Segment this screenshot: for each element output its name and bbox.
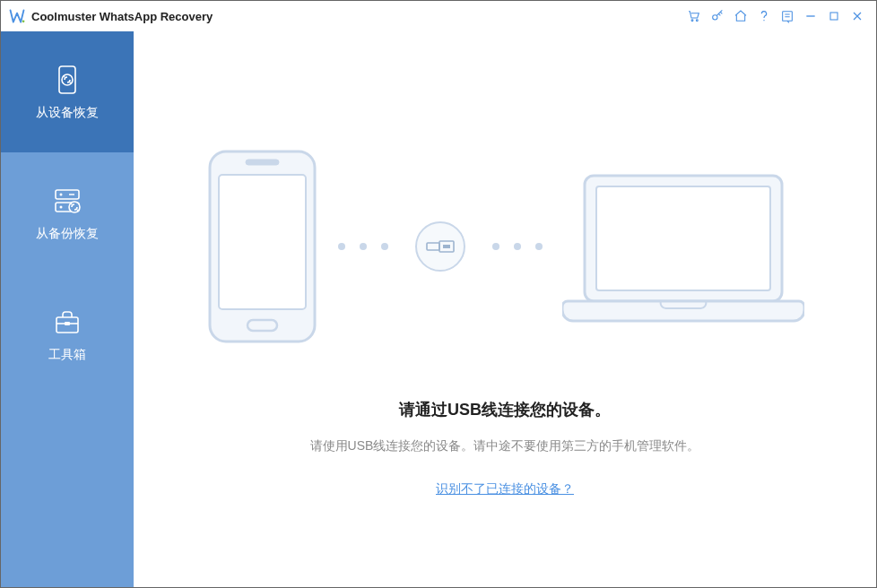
toolbox-icon — [51, 306, 83, 338]
connection-illustration — [134, 148, 876, 345]
connection-dots-right — [485, 243, 550, 250]
maximize-button[interactable] — [822, 4, 846, 28]
minimize-button[interactable] — [799, 4, 822, 28]
home-icon[interactable] — [729, 4, 752, 28]
svg-rect-18 — [246, 160, 279, 165]
key-icon[interactable] — [706, 4, 729, 28]
svg-rect-9 — [56, 190, 79, 199]
feedback-icon[interactable] — [776, 4, 799, 28]
svg-rect-24 — [596, 186, 770, 290]
svg-point-2 — [696, 20, 698, 22]
svg-point-1 — [691, 20, 693, 22]
svg-point-3 — [713, 15, 717, 20]
connection-dots-left — [331, 243, 395, 250]
app-title: Coolmuster WhatsApp Recovery — [31, 10, 213, 23]
close-button[interactable] — [846, 4, 869, 28]
svg-point-12 — [60, 205, 63, 208]
svg-point-4 — [763, 20, 764, 21]
sidebar-item-label: 从备份恢复 — [36, 226, 99, 242]
svg-rect-20 — [427, 243, 439, 250]
instruction-headline: 请通过USB线连接您的设备。 — [310, 399, 700, 420]
instruction-subtext: 请使用USB线连接您的设备。请中途不要使用第三方的手机管理软件。 — [310, 438, 700, 454]
main-panel: 请通过USB线连接您的设备。 请使用USB线连接您的设备。请中途不要使用第三方的… — [134, 31, 876, 587]
svg-point-0 — [22, 21, 25, 23]
svg-rect-15 — [65, 322, 70, 325]
svg-rect-22 — [443, 245, 450, 248]
sidebar: 从设备恢复 从备份恢复 — [1, 31, 134, 587]
sidebar-item-recover-from-backup[interactable]: 从备份恢复 — [1, 152, 134, 273]
sidebar-item-recover-from-device[interactable]: 从设备恢复 — [1, 31, 134, 152]
help-icon[interactable] — [752, 4, 776, 28]
app-logo-icon — [8, 7, 26, 25]
phone-illustration-icon — [206, 148, 318, 345]
usb-connector-icon — [415, 221, 465, 272]
cart-icon[interactable] — [682, 4, 706, 28]
svg-rect-6 — [830, 13, 838, 20]
instruction-text-block: 请通过USB线连接您的设备。 请使用USB线连接您的设备。请中途不要使用第三方的… — [310, 399, 700, 497]
backup-recover-icon — [51, 185, 83, 217]
device-not-recognized-link[interactable]: 识别不了已连接的设备？ — [436, 481, 574, 497]
sidebar-item-toolbox[interactable]: 工具箱 — [1, 273, 134, 394]
laptop-illustration-icon — [562, 169, 804, 325]
svg-point-13 — [69, 202, 80, 212]
titlebar: Coolmuster WhatsApp Recovery — [1, 1, 876, 31]
phone-recover-icon — [51, 64, 83, 96]
sidebar-item-label: 从设备恢复 — [36, 105, 99, 121]
svg-point-11 — [60, 193, 63, 195]
svg-rect-17 — [219, 175, 306, 309]
sidebar-item-label: 工具箱 — [48, 347, 86, 363]
svg-rect-5 — [783, 12, 793, 22]
